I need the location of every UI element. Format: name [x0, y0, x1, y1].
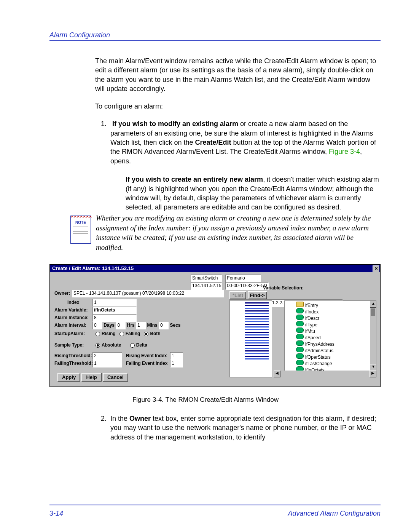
device-name-field: SmartSwitch	[191, 275, 222, 282]
startup-rising-radio[interactable]	[96, 332, 100, 336]
step2-bold: Owner	[129, 415, 151, 422]
hrs-label: Hrs	[127, 323, 135, 328]
index-input[interactable]: 1	[92, 299, 137, 307]
rising-threshold-input[interactable]: 2	[92, 352, 122, 360]
page-header: Alarm Configuration	[49, 31, 110, 39]
lead-paragraph: To configure an alarm:	[95, 102, 381, 111]
delta-label: Delta	[136, 342, 147, 348]
scroll-down-icon[interactable]: ▼	[370, 364, 376, 371]
owner-input[interactable]: SPEL - 134.141.68.137 (possum) 07/20/199…	[72, 290, 224, 297]
falling-event-index-label: Falling Event Index	[126, 361, 167, 366]
alarm-variable-label: Alarm Variable:	[54, 307, 88, 313]
sample-absolute-radio[interactable]	[96, 343, 100, 348]
device-mac-field: 00-00-1D-33-2E-5D	[225, 282, 269, 290]
interval-days-input[interactable]: 0	[92, 322, 102, 329]
note-text: Whether you are modifying an existing al…	[96, 213, 381, 252]
step-2: 2. In the Owner text box, enter some app…	[95, 414, 381, 442]
rising-event-index-input[interactable]: 1	[170, 352, 183, 360]
step1b-bold: If you wish to create an entirely new al…	[126, 176, 263, 183]
tree-item[interactable]: ifSpeed	[296, 334, 376, 340]
help-button[interactable]: Help	[81, 373, 101, 382]
scroll-up-icon[interactable]: ▲	[370, 301, 376, 308]
intro-paragraph: The main Alarm/Event window remains acti…	[95, 56, 381, 93]
outline-preview	[229, 300, 272, 377]
header-rule	[49, 40, 381, 41]
list-button[interactable]: *List	[229, 291, 246, 299]
step2-text-a: In the	[110, 415, 129, 422]
leaf-icon	[296, 308, 304, 313]
leaf-icon	[296, 315, 304, 320]
spiral-icon: ᴒᴒᴒᴒᴒᴒᴒ	[71, 215, 91, 219]
variable-selection-label: Variable Selection:	[263, 285, 304, 291]
apply-button[interactable]: Apply	[57, 373, 80, 382]
startup-both-radio[interactable]	[144, 332, 148, 336]
tree-item[interactable]: ifMtu	[296, 328, 376, 334]
interval-mins-input[interactable]: 1	[136, 322, 146, 329]
interval-hrs-input[interactable]: 0	[116, 322, 126, 329]
both-label: Both	[150, 331, 160, 336]
rising-label: Rising	[102, 331, 116, 336]
device-alias-field: Fennario	[225, 275, 261, 282]
figure-link[interactable]: Figure 3-4	[329, 148, 360, 155]
footer-rule	[49, 505, 381, 505]
folder-icon	[296, 302, 304, 307]
note-icon: ᴒᴒᴒᴒᴒᴒᴒ NOTE	[70, 216, 91, 244]
interval-secs-input[interactable]: 0	[159, 322, 169, 329]
tree-vscrollbar[interactable]: ▲ ▼	[370, 301, 376, 371]
step-number: 1.	[101, 120, 107, 128]
dialog-window: Create / Edit Alarms: 134.141.52.15 ✕ Sm…	[49, 264, 381, 387]
leaf-icon	[296, 353, 304, 359]
variable-tree[interactable]: ifEntry ifIndex ifDescr ifType ifMtu ifS…	[284, 300, 376, 371]
page-footer: Advanced Alarm Configuration	[288, 510, 381, 518]
tree-item[interactable]: ifType	[296, 321, 376, 328]
find-button[interactable]: Find->	[248, 291, 267, 299]
leaf-icon	[296, 321, 304, 326]
cancel-button[interactable]: Cancel	[103, 373, 128, 382]
alarm-interval-label: Alarm Interval:	[54, 323, 86, 328]
page-number: 3-14	[49, 510, 63, 518]
title-bar: Create / Edit Alarms: 134.141.52.15 ✕	[50, 265, 380, 272]
days-label: Days	[104, 323, 115, 328]
startup-falling-radio[interactable]	[119, 332, 124, 336]
tree-item[interactable]: ifOperStatus	[296, 353, 376, 360]
step-1: 1. If you wish to modify an existing ala…	[95, 119, 381, 212]
tree-item[interactable]: ifDescr	[296, 315, 376, 321]
device-ip-field: 134.141.52.15	[191, 282, 222, 290]
leaf-icon	[296, 360, 304, 365]
startup-alarm-label: StartupAlarm:	[54, 331, 85, 336]
alarm-instance-label: Alarm Instance:	[54, 315, 89, 320]
tree-item[interactable]: ifLastChange	[296, 360, 376, 366]
scroll-left-icon[interactable]: ◀	[274, 371, 280, 377]
step1-bold-a: If you wish to modify an existing alarm	[112, 120, 238, 128]
index-label: Index	[67, 300, 79, 305]
falling-threshold-label: FallingThreshold:	[54, 361, 93, 366]
sample-type-label: Sample Type:	[54, 342, 84, 348]
window-title: Create / Edit Alarms: 134.141.52.15	[52, 265, 134, 271]
tree-hscrollbar[interactable]: ◀ ▶	[274, 371, 376, 377]
leaf-icon	[296, 334, 304, 339]
secs-label: Secs	[170, 323, 180, 328]
tree-item[interactable]: ifPhysAddress	[296, 340, 376, 347]
rising-event-index-label: Rising Event Index	[126, 353, 167, 358]
mins-label: Mins	[147, 323, 157, 328]
alarm-variable-input[interactable]: ifInOctets	[92, 307, 137, 314]
tree-item[interactable]: ifAdminStatus	[296, 347, 376, 353]
absolute-label: Absolute	[102, 342, 121, 348]
leaf-icon	[296, 328, 304, 333]
alarm-instance-input[interactable]: 8	[92, 314, 137, 322]
scroll-thumb[interactable]	[371, 308, 375, 316]
leaf-icon	[296, 347, 304, 352]
figure-caption: Figure 3-4. The RMON Create/Edit Alarms …	[0, 396, 411, 404]
note-label: NOTE	[71, 220, 91, 225]
sample-delta-radio[interactable]	[130, 343, 135, 348]
rising-threshold-label: RisingThreshold:	[54, 353, 92, 358]
close-icon[interactable]: ✕	[373, 265, 379, 272]
falling-label: Falling	[126, 331, 140, 336]
tree-root[interactable]: ifEntry	[296, 302, 376, 308]
step1-bold-b: Create/Edit	[195, 139, 231, 146]
falling-event-index-input[interactable]: 1	[170, 360, 183, 367]
owner-label: Owner:	[54, 291, 70, 296]
falling-threshold-input[interactable]: 1	[92, 360, 122, 367]
tree-item[interactable]: ifIndex	[296, 308, 376, 315]
scroll-right-icon[interactable]: ▶	[370, 371, 376, 377]
